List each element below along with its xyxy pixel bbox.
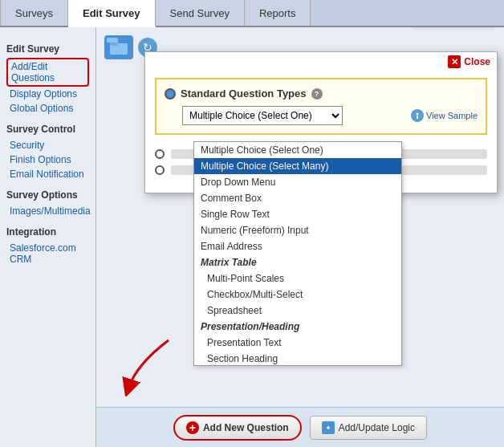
sidebar-item-finish-options[interactable]: Finish Options xyxy=(6,152,89,167)
standard-types-radio[interactable] xyxy=(165,88,176,100)
view-sample-link[interactable]: View Sample xyxy=(411,109,478,122)
dropdown-option-comment[interactable]: Comment Box xyxy=(194,190,401,206)
dropdown-option-presentation-header: Presentation/Heading xyxy=(194,319,401,335)
modal-body: Standard Question Types ? Multiple Choic… xyxy=(145,71,497,193)
add-logic-button[interactable]: Add/Update Logic xyxy=(310,416,427,440)
survey-control-section-title: Survey Control xyxy=(6,124,89,135)
main-layout: Edit Survey Add/Edit Questions Display O… xyxy=(0,27,504,447)
sidebar-item-security[interactable]: Security xyxy=(6,138,89,152)
survey-options-section-title: Survey Options xyxy=(6,189,89,201)
standard-types-title: Standard Question Types xyxy=(181,87,307,100)
view-sample-text: View Sample xyxy=(426,111,478,120)
sidebar-item-images-multimedia[interactable]: Images/Multimedia xyxy=(6,204,89,218)
dropdown-option-multipoint[interactable]: Multi-Point Scales xyxy=(194,270,401,286)
svg-point-3 xyxy=(417,113,419,116)
question-type-dropdown[interactable]: Multiple Choice (Select One)Multiple Cho… xyxy=(182,106,343,125)
view-sample-icon xyxy=(411,109,424,122)
dropdown-option-email[interactable]: Email Address xyxy=(194,238,401,254)
q-radio-1[interactable] xyxy=(155,149,165,159)
top-navigation: Surveys Edit Survey Send Survey Reports xyxy=(0,0,504,27)
dropdown-option-single-row[interactable]: Single Row Text xyxy=(194,206,401,222)
question-types-box: Standard Question Types ? Multiple Choic… xyxy=(155,78,487,135)
add-question-label: Add New Question xyxy=(203,422,289,433)
dropdown-option-matrix-header: Matrix Table xyxy=(194,254,401,270)
dropdown-option-presentation-text[interactable]: Presentation Text xyxy=(194,335,401,351)
dropdown-list-popup[interactable]: Multiple Choice (Select One) Multiple Ch… xyxy=(193,141,402,366)
bottom-bar: + Add New Question Add/Update Logic xyxy=(96,407,504,447)
dropdown-wrapper: Multiple Choice (Select One)Multiple Cho… xyxy=(165,106,478,125)
dropdown-option-section-heading[interactable]: Section Heading xyxy=(194,351,401,366)
dropdown-option-dropdown[interactable]: Drop Down Menu xyxy=(194,174,401,190)
sidebar-item-global-options[interactable]: Global Options xyxy=(6,101,89,116)
add-logic-label: Add/Update Logic xyxy=(339,422,415,433)
nav-edit-survey[interactable]: Edit Survey xyxy=(68,0,156,27)
add-question-icon: + xyxy=(186,421,199,434)
sidebar-item-email-notification[interactable]: Email Notification xyxy=(6,167,89,181)
dropdown-option-checkbox[interactable]: Checkbox/Multi-Select xyxy=(194,286,401,303)
folder-icon xyxy=(104,35,133,59)
edit-survey-section-title: Edit Survey xyxy=(6,43,89,55)
logic-icon xyxy=(322,421,335,434)
svg-rect-4 xyxy=(417,116,418,119)
svg-rect-1 xyxy=(110,42,118,46)
dropdown-option-mc-one[interactable]: Multiple Choice (Select One) xyxy=(194,142,401,158)
dropdown-option-numeric[interactable]: Numeric (Freeform) Input xyxy=(194,222,401,238)
nav-surveys[interactable]: Surveys xyxy=(0,0,68,26)
close-label: Close xyxy=(464,56,490,67)
close-x-icon: ✕ xyxy=(448,55,461,68)
sidebar: Edit Survey Add/Edit Questions Display O… xyxy=(0,27,96,447)
nav-reports[interactable]: Reports xyxy=(245,0,311,26)
survey-builder: ↻ ✕ Close Standard Question Typ xyxy=(96,27,504,74)
dropdown-option-mc-many[interactable]: Multiple Choice (Select Many) xyxy=(194,158,401,174)
add-question-button[interactable]: + Add New Question xyxy=(173,415,302,441)
help-icon[interactable]: ? xyxy=(311,88,323,100)
question-type-modal: ✕ Close Standard Question Types ? xyxy=(144,51,498,193)
sidebar-item-salesforce[interactable]: Salesforce.com CRM xyxy=(6,241,89,266)
q-radio-2[interactable] xyxy=(155,165,165,175)
close-button[interactable]: ✕ Close xyxy=(448,55,490,68)
modal-header: ✕ Close xyxy=(145,52,497,71)
nav-send-survey[interactable]: Send Survey xyxy=(156,0,245,26)
sidebar-item-display-options[interactable]: Display Options xyxy=(6,87,89,101)
content-area: ↻ ✕ Close Standard Question Typ xyxy=(96,27,504,447)
sidebar-item-add-edit-questions[interactable]: Add/Edit Questions xyxy=(6,58,89,87)
integration-section-title: Integration xyxy=(6,226,89,238)
dropdown-option-spreadsheet[interactable]: Spreadsheet xyxy=(194,303,401,319)
